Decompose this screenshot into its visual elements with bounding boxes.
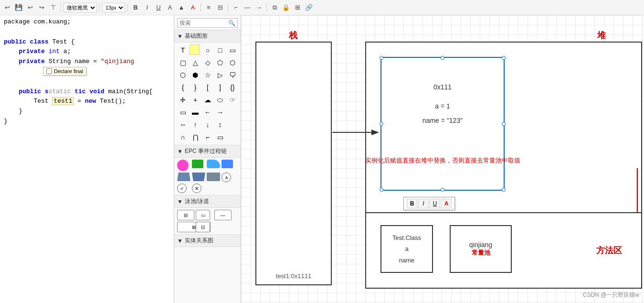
redo-button-2[interactable]: ↪	[36, 2, 47, 13]
fmt-bold-button[interactable]: B	[407, 199, 417, 208]
shape-circle[interactable]: ○	[202, 44, 213, 56]
shape-rect-r[interactable]: ▬	[190, 107, 201, 118]
shape-arch2[interactable]: ⋂	[190, 131, 201, 143]
fmt-underline-button[interactable]: U	[430, 199, 440, 208]
shape-rect3[interactable]: ▭	[214, 131, 226, 143]
fmt-italic-button[interactable]: I	[418, 199, 429, 208]
font-size-select[interactable]: 13px	[102, 3, 125, 12]
redo-button-1[interactable]: ↩	[25, 2, 35, 13]
shape-curly[interactable]: {}	[227, 82, 238, 93]
shape-corner[interactable]: ⌐	[202, 131, 213, 143]
epc-9[interactable]: ✓	[177, 184, 187, 193]
fmt-color-button[interactable]: A	[441, 199, 452, 208]
shape-octagon[interactable]: ⬢	[190, 69, 201, 81]
epc-title[interactable]: ▼ EPC 事件过程链	[174, 145, 241, 158]
shapes-grid: T ○ □ ▭ ▢ △ ◇ ⬠ ⬡ ⬡ ⬢ ☆ ▷ 🗨 { } [ ] {} ✛…	[174, 43, 241, 145]
shape-arrow-right[interactable]: ▷	[214, 69, 226, 81]
group-button[interactable]: ⊞	[292, 2, 303, 13]
declare-final-checkbox[interactable]	[46, 68, 52, 74]
shape-pentagon[interactable]: ⬠	[214, 57, 226, 68]
declare-final-tooltip: Declare final	[43, 67, 86, 76]
pool-3[interactable]: —	[214, 210, 232, 220]
search-input[interactable]	[179, 20, 228, 26]
epc-collapse-icon: ▼	[177, 148, 183, 155]
undo-button[interactable]: ↩	[2, 2, 12, 13]
class-field-a: a	[405, 243, 408, 254]
underline-button[interactable]: U	[153, 2, 164, 13]
shape-uarrow[interactable]: ↑	[190, 119, 201, 130]
shape-ellipse[interactable]: ⬭	[214, 94, 226, 106]
shape-cursor[interactable]: ☞	[227, 94, 238, 106]
code-line-1: package com.kuang;	[4, 17, 170, 27]
shape-rect-yellow[interactable]	[190, 44, 200, 55]
shape-darrow2[interactable]: ↓	[202, 119, 213, 130]
object-address: 0x111	[380, 83, 505, 91]
align2-button[interactable]: ⊟	[215, 2, 225, 13]
basic-shapes-title[interactable]: ▼ 基础图形	[174, 30, 241, 43]
shape-star[interactable]: ☆	[202, 69, 213, 81]
format-button[interactable]: ⊤	[48, 2, 58, 13]
align-button[interactable]: ≡	[203, 2, 214, 13]
epc-2[interactable]	[192, 160, 203, 168]
pool-title[interactable]: ▼ 泳池/泳道	[174, 195, 241, 208]
entity-collapse-icon: ▼	[177, 238, 183, 244]
pool-2[interactable]: ▭	[196, 210, 210, 220]
shape-arrow-r[interactable]: →	[214, 107, 226, 118]
epc-6[interactable]	[192, 173, 205, 181]
bold-button[interactable]: B	[130, 2, 141, 13]
epc-8[interactable]: ∧	[222, 173, 231, 182]
shape-brace[interactable]: {	[177, 82, 189, 93]
text-format-bar: B I U A	[403, 197, 455, 210]
shape-text[interactable]: T	[177, 44, 189, 56]
shape-darrow[interactable]: ↔	[177, 119, 189, 130]
shape-callout[interactable]: 🗨	[227, 69, 238, 81]
save-button[interactable]: 💾	[13, 2, 24, 13]
arrow-button[interactable]: →	[253, 2, 264, 13]
shape-plus[interactable]: +	[190, 94, 201, 106]
font-color-button[interactable]: A	[165, 2, 175, 13]
line2-button[interactable]: —	[242, 2, 253, 13]
epc-1[interactable]	[177, 160, 189, 171]
shape-rect-s[interactable]: ▭	[177, 107, 189, 118]
epc-7[interactable]	[207, 173, 220, 181]
shape-bracket2[interactable]: [	[202, 82, 213, 93]
shape-hexagon[interactable]: ⬡	[177, 69, 189, 81]
shape-udarrow[interactable]: ↕	[214, 119, 226, 130]
shape-diamond[interactable]: ◇	[202, 57, 213, 68]
const-pool-box: qinjiang 常量池	[450, 225, 512, 273]
epc-3[interactable]	[207, 160, 220, 168]
link-button[interactable]: 🔗	[304, 2, 314, 13]
entity-title[interactable]: ▼ 实体关系图	[174, 234, 241, 247]
shape-rounded[interactable]: ▭	[227, 44, 238, 56]
shape-arrow-l[interactable]: ←	[202, 107, 213, 118]
copy-button[interactable]: ⧉	[269, 2, 280, 13]
shape-cloud[interactable]: ☁	[202, 94, 213, 106]
epc-10[interactable]: ✕	[192, 184, 201, 193]
fill-color-button[interactable]: A	[188, 2, 198, 13]
shape-triangle[interactable]: △	[190, 57, 201, 68]
canvas-area[interactable]: 栈 堆 test1:0x1111 0x111 a = 1 name =	[241, 15, 644, 303]
method-box: Test.Class a name qinjiang 常量池 方法区	[365, 212, 642, 289]
object-field-a: a = 1	[380, 102, 505, 110]
search-icon: 🔍	[228, 20, 235, 26]
pool-1[interactable]: ⊟	[177, 210, 194, 220]
line-button[interactable]: ⌐	[231, 2, 241, 13]
epc-5[interactable]	[177, 173, 190, 181]
font-select[interactable]: 微软雅黑	[63, 3, 97, 12]
epc-4[interactable]	[222, 160, 233, 168]
shape-cross[interactable]: ✛	[177, 94, 189, 106]
shape-hexagon2[interactable]: ⬡	[227, 57, 238, 68]
fill-button[interactable]: ▲	[176, 2, 187, 13]
shape-e5	[227, 119, 238, 130]
method-area-label: 方法区	[596, 245, 622, 256]
epc-grid: ∧ ✓ ✕	[174, 158, 241, 195]
shape-bracket[interactable]: }	[190, 82, 201, 93]
shape-arch[interactable]: ∩	[177, 131, 189, 143]
shape-rect[interactable]: □	[214, 44, 226, 56]
italic-button[interactable]: I	[142, 2, 152, 13]
shape-bracket3[interactable]: ]	[214, 82, 226, 93]
declare-final-label: Declare final	[54, 68, 83, 74]
shape-square[interactable]: ▢	[177, 57, 189, 68]
pool-5[interactable]: ⊡	[196, 222, 210, 232]
lock-button[interactable]: 🔒	[281, 2, 291, 13]
